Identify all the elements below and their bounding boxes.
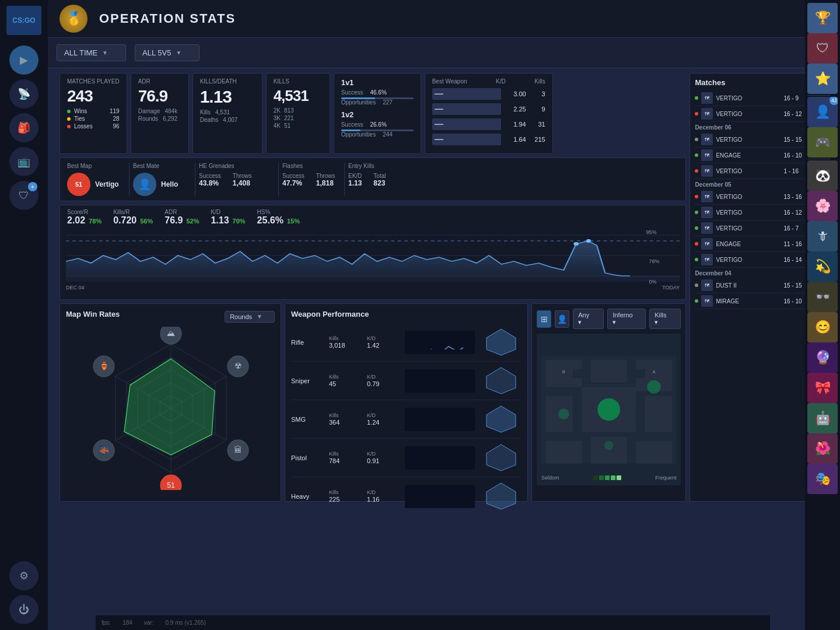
wp-kills-val: 784 [329,457,361,464]
3k-label: 3K [274,115,281,121]
wp-gun-line [405,489,475,503]
right-avatar-0[interactable]: 🏆 [807,3,838,33]
right-avatar-4[interactable]: 🎮 [807,127,838,158]
play-button[interactable]: ▶ [9,46,38,75]
right-avatar-9[interactable]: 👓 [807,282,838,312]
frequent-label: Frequent [655,475,676,481]
right-sidebar: 🏆🛡⭐👤42🎮🐼🌸🗡💫👓😊🔮🎀🤖🌺🎭 [805,0,840,630]
right-avatar-2[interactable]: ⭐ [807,64,838,94]
right-avatar-7[interactable]: 🗡 [807,221,838,251]
kills-r-stat: Kills/R 0.720 56% [113,209,153,226]
inventory-button[interactable]: 🎒 [9,113,38,142]
match-result-dot [695,242,698,246]
right-avatar-14[interactable]: 🌺 [807,433,838,464]
settings-button[interactable]: ⚙ [9,561,38,590]
match-map-icon: 🗺 [701,238,713,250]
right-avatar-5[interactable]: 🐼 [807,160,838,191]
graph-adr-value: 76.9 [164,215,183,226]
heatmap-any-select[interactable]: Any ▾ [573,309,604,329]
heatmap-grid-btn[interactable]: ⊞ [537,310,551,328]
right-sidebar-divider [807,159,831,159]
graph-header: Score/R 2.02 78% Kills/R 0.720 [60,205,685,229]
right-avatar-15[interactable]: 🎭 [807,464,838,494]
wp-kills-label: Kills [329,374,361,380]
onev2-stats: Success 26.6% [341,121,414,128]
score-r-stat: Score/R 2.02 78% [67,209,102,226]
watch-button[interactable]: 📺 [9,147,38,176]
match-date-header: December 06 [695,122,805,132]
heatmap-stat-select[interactable]: Kills ▾ [649,309,681,329]
missions-button[interactable]: 🛡 [9,181,38,210]
wp-gun-visual [405,369,475,393]
ek-total-value: 823 [373,179,386,187]
broadcast-button[interactable]: 📡 [9,79,38,108]
match-row[interactable]: 🗺 VERTIGO 16 - 14 👤 👤 👁 ⋯ [695,252,805,268]
right-avatar-6[interactable]: 🌸 [807,191,838,221]
power-button[interactable]: ⏻ [9,595,38,624]
right-avatar-13[interactable]: 🤖 [807,403,838,433]
right-avatars-list: 🏆🛡⭐👤42🎮🐼🌸🗡💫👓😊🔮🎀🤖🌺🎭 [807,3,838,494]
mode-filter[interactable]: ALL 5V5 ▼ [135,44,200,61]
match-row[interactable]: 🗺 VERTIGO 1 - 16 👤 👤 👁 ⋯ [695,163,805,179]
right-avatar-8[interactable]: 💫 [807,251,838,282]
graph-adr-stat: ADR 76.9 52% [164,209,199,226]
score-r-pct: 78% [89,218,102,225]
3k-value: 221 [284,115,294,121]
wp-kd-stats: K/D 0.79 [367,374,399,387]
svg-point-3 [573,242,579,246]
heatmap-map-select[interactable]: Inferno ▾ [607,309,646,329]
match-row[interactable]: 🗺 VERTIGO 16 - 12 👤 👤 👁 ⋯ [695,205,805,220]
match-row[interactable]: 🗺 DUST II 15 - 15 👤 👤 👁 ⋯ [695,278,805,293]
bw-kills-value: 215 [531,136,545,143]
divider-4 [344,163,345,196]
kills-box: Kills 4,531 2K813 3K221 4K51 [266,73,330,154]
match-row[interactable]: 🗺 VERTIGO 16 - 12 👤 👤 👁 ⋯ [695,106,805,122]
wp-kills-val: 364 [329,419,361,426]
he-throws-label: Throws [233,173,252,179]
match-row[interactable]: 🗺 ENGAGE 16 - 10 👤 👤 👁 ⋯ [695,148,805,163]
wp-gun-line [405,373,475,388]
match-row[interactable]: 🗺 VERTIGO 16 - 7 👤 👤 👁 ⋯ [695,220,805,236]
best-mate-avatar: 👤 [133,173,156,196]
time-filter[interactable]: ALL TIME ▼ [57,44,126,61]
wp-kd-stats: K/D 0.91 [367,451,399,464]
graph-kd-label: K/D [211,209,245,215]
entry-kills-item: Entry Kills EK/D 1.13 Total 823 [348,163,407,196]
heatmap-player-btn[interactable]: 👤 [555,310,569,328]
avatar-emoji: 🏆 [815,10,831,26]
match-map-icon: 🗺 [701,279,713,291]
right-avatar-3[interactable]: 👤42 [807,97,838,127]
fl-success-label: Success [282,173,304,179]
heatmap-map-label: Inferno [612,312,632,318]
right-avatar-12[interactable]: 🎀 [807,373,838,403]
match-map-icon: 🗺 [701,149,713,161]
onevx-box: 1v1 Success 46.6% Opportunities 227 [334,73,421,154]
wp-mini-chart [481,403,522,435]
match-map-name: VERTIGO [716,225,780,232]
kd-label: Kills/Death [200,78,255,85]
matches-played-value: 243 [67,87,120,106]
match-row[interactable]: 🗺 VERTIGO 13 - 16 👤 👤 👁 ⋯ [695,189,805,205]
match-row[interactable]: 🗺 ENGAGE 11 - 16 👤 👤 👁 ⋯ [695,236,805,252]
map-win-rates-title: Map Win Rates [66,310,120,318]
svg-point-51 [647,380,660,394]
match-row[interactable]: 🗺 VERTIGO 15 - 15 👤 👤 👁 ⋯ [695,132,805,148]
match-map-icon: 🗺 [701,254,713,265]
match-map-name: MIRAGE [716,298,780,304]
fps-label: fps: [102,620,111,626]
right-avatar-10[interactable]: 😊 [807,312,838,342]
graph-kd-pct: 70% [233,218,246,225]
match-map-name: VERTIGO [716,136,780,143]
avatar-notification-badge: 42 [830,97,838,105]
wp-kills-val: 3,018 [329,342,361,349]
match-row[interactable]: 🗺 MIRAGE 16 - 10 👤 👤 👁 ⋯ [695,293,805,309]
right-avatar-11[interactable]: 🔮 [807,342,838,373]
match-row[interactable]: 🗺 VERTIGO 16 - 9 👤 👤 👁 ⋯ [695,90,805,106]
match-map-name: VERTIGO [716,194,780,200]
wins-label: Wins [74,108,87,114]
csgo-logo[interactable]: CS:GO [6,6,41,35]
page-title: OPERATION STATS [99,11,236,26]
wp-weapon-name: Heavy [291,493,323,500]
rounds-filter[interactable]: Rounds ▼ [225,311,275,323]
right-avatar-1[interactable]: 🛡 [807,33,838,64]
